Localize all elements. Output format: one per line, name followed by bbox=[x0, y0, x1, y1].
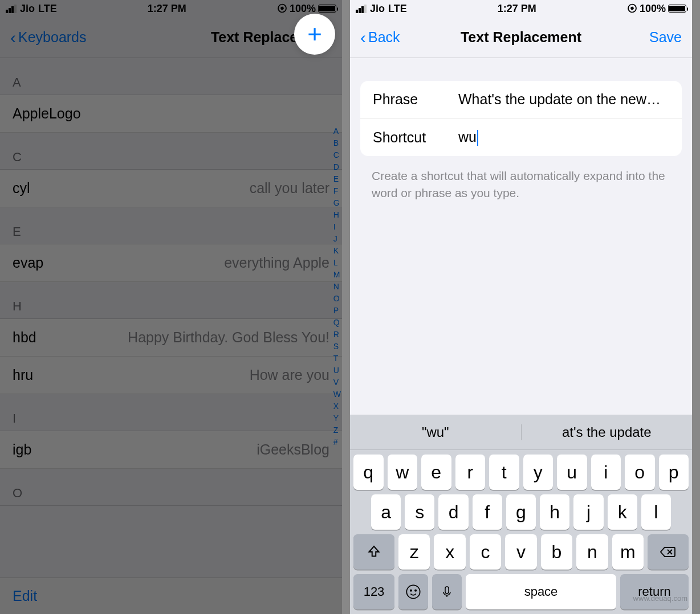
index-letter[interactable]: S bbox=[333, 341, 341, 353]
delete-key[interactable] bbox=[648, 534, 689, 570]
phrase-row[interactable]: Phrase What's the update on the new… bbox=[360, 81, 682, 118]
index-letter[interactable]: W bbox=[333, 388, 341, 400]
form-card: Phrase What's the update on the new… Sho… bbox=[360, 81, 682, 156]
letter-key-x[interactable]: x bbox=[434, 534, 465, 570]
letter-key-y[interactable]: y bbox=[523, 455, 554, 490]
letter-key-h[interactable]: h bbox=[540, 494, 569, 530]
list-item[interactable]: hbd Happy Birthday. God Bless You! bbox=[0, 319, 342, 357]
nav-bar: ‹ Keyboards Text Replacement bbox=[0, 17, 342, 58]
back-button[interactable]: ‹ Back bbox=[360, 29, 400, 46]
letter-key-r[interactable]: r bbox=[455, 455, 486, 490]
index-letter[interactable]: R bbox=[333, 329, 341, 341]
shift-key[interactable] bbox=[353, 534, 394, 570]
orientation-lock-icon: ⦿ bbox=[277, 3, 287, 15]
section-header: A bbox=[0, 58, 342, 95]
letter-key-s[interactable]: s bbox=[405, 494, 434, 530]
space-key[interactable]: space bbox=[466, 574, 616, 609]
section-header: I bbox=[0, 394, 342, 431]
letter-key-k[interactable]: k bbox=[608, 494, 637, 530]
shortcut-row[interactable]: Shortcut wu bbox=[360, 118, 682, 156]
shortcut-text: hru bbox=[13, 367, 33, 383]
index-letter[interactable]: I bbox=[333, 221, 341, 233]
index-letter[interactable]: N bbox=[333, 281, 341, 293]
svg-point-2 bbox=[415, 590, 416, 591]
letter-key-q[interactable]: q bbox=[353, 455, 384, 490]
section-header: C bbox=[0, 133, 342, 170]
add-button[interactable]: + bbox=[294, 14, 335, 55]
letter-key-j[interactable]: j bbox=[573, 494, 603, 530]
list-item[interactable]: igb iGeeksBlog bbox=[0, 431, 342, 469]
list-item[interactable]: cyl call you later bbox=[0, 170, 342, 207]
letter-key-d[interactable]: d bbox=[438, 494, 468, 530]
index-letter[interactable]: K bbox=[333, 245, 341, 257]
suggestion-item[interactable]: at's the update bbox=[522, 424, 693, 440]
page-title: Text Replacement bbox=[461, 29, 581, 46]
list-item[interactable]: evap everything Apple bbox=[0, 244, 342, 282]
index-letter[interactable]: G bbox=[333, 197, 341, 209]
letter-key-f[interactable]: f bbox=[473, 494, 502, 530]
letter-key-e[interactable]: e bbox=[421, 455, 451, 490]
letter-key-c[interactable]: c bbox=[470, 534, 501, 570]
return-key[interactable]: return bbox=[620, 574, 689, 609]
letter-key-p[interactable]: p bbox=[659, 455, 689, 490]
list-item[interactable]: AppleLogo bbox=[0, 95, 342, 133]
index-letter[interactable]: C bbox=[333, 149, 341, 161]
replacement-list[interactable]: A AppleLogo C cyl call you later E evap … bbox=[0, 58, 342, 506]
phone-left-screenshot: Jio LTE 1:27 PM ⦿ 100% ‹ Keyboards Text … bbox=[0, 0, 342, 614]
dictation-key[interactable] bbox=[432, 574, 462, 609]
index-letter[interactable]: Y bbox=[333, 412, 341, 424]
index-letter[interactable]: U bbox=[333, 365, 341, 376]
phrase-text: iGeeksBlog bbox=[257, 441, 329, 458]
letter-key-g[interactable]: g bbox=[506, 494, 536, 530]
phone-right-screenshot: Jio LTE 1:27 PM ⦿ 100% ‹ Back Text Repla… bbox=[350, 0, 692, 614]
index-letter[interactable]: H bbox=[333, 209, 341, 221]
suggestion-item[interactable]: "wu" bbox=[350, 424, 522, 440]
back-button[interactable]: ‹ Keyboards bbox=[10, 29, 87, 46]
letter-key-m[interactable]: m bbox=[612, 534, 644, 570]
list-item[interactable]: hru How are you bbox=[0, 357, 342, 394]
index-letter[interactable]: O bbox=[333, 293, 341, 305]
index-letter[interactable]: Q bbox=[333, 317, 341, 329]
signal-icon bbox=[6, 5, 17, 13]
letter-key-l[interactable]: l bbox=[641, 494, 671, 530]
letter-key-v[interactable]: v bbox=[505, 534, 536, 570]
index-letter[interactable]: X bbox=[333, 400, 341, 412]
index-letter[interactable]: L bbox=[333, 257, 341, 269]
letter-key-b[interactable]: b bbox=[541, 534, 572, 570]
svg-point-0 bbox=[406, 585, 420, 598]
index-letter[interactable]: P bbox=[333, 305, 341, 317]
index-letter[interactable]: V bbox=[333, 376, 341, 388]
save-button[interactable]: Save bbox=[649, 29, 682, 46]
orientation-lock-icon: ⦿ bbox=[627, 3, 637, 15]
shortcut-field[interactable]: wu bbox=[458, 129, 669, 146]
index-letter[interactable]: J bbox=[333, 233, 341, 245]
edit-button[interactable]: Edit bbox=[13, 588, 37, 604]
index-letter[interactable]: F bbox=[333, 185, 341, 197]
letter-key-n[interactable]: n bbox=[576, 534, 608, 570]
index-letter[interactable]: A bbox=[333, 125, 341, 137]
back-label: Back bbox=[368, 29, 400, 46]
letter-key-u[interactable]: u bbox=[557, 455, 587, 490]
keyboard: "wu" at's the update qwertyuiop asdfghjk… bbox=[350, 415, 692, 614]
emoji-key[interactable] bbox=[398, 574, 428, 609]
index-letter[interactable]: B bbox=[333, 137, 341, 149]
carrier-label: Jio bbox=[370, 3, 385, 15]
shortcut-text: igb bbox=[13, 441, 31, 458]
smiley-icon bbox=[405, 584, 421, 600]
numbers-key[interactable]: 123 bbox=[353, 574, 394, 609]
index-letter[interactable]: E bbox=[333, 173, 341, 185]
letter-key-t[interactable]: t bbox=[489, 455, 519, 490]
status-bar: Jio LTE 1:27 PM ⦿ 100% bbox=[350, 0, 692, 17]
index-letter[interactable]: # bbox=[333, 436, 341, 448]
letter-key-z[interactable]: z bbox=[398, 534, 430, 570]
letter-key-a[interactable]: a bbox=[371, 494, 401, 530]
alphabet-index[interactable]: ABCDEFGHIJKLMNOPQRSTUVWXYZ# bbox=[333, 125, 341, 448]
index-letter[interactable]: M bbox=[333, 269, 341, 281]
index-letter[interactable]: Z bbox=[333, 424, 341, 436]
letter-key-w[interactable]: w bbox=[388, 455, 418, 490]
letter-key-i[interactable]: i bbox=[591, 455, 621, 490]
index-letter[interactable]: D bbox=[333, 161, 341, 173]
letter-key-o[interactable]: o bbox=[625, 455, 655, 490]
phrase-field[interactable]: What's the update on the new… bbox=[458, 91, 669, 108]
index-letter[interactable]: T bbox=[333, 353, 341, 365]
